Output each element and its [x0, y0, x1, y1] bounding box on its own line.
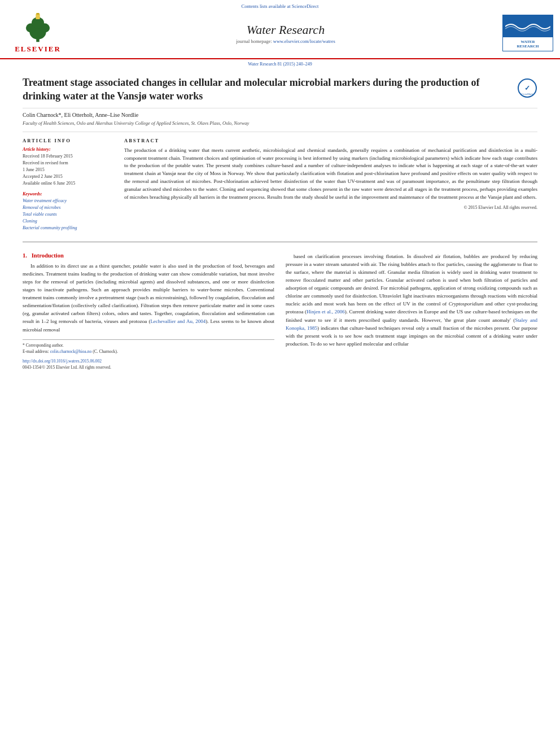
- ref-lechevallier[interactable]: Lechevallier and Au, 2004: [150, 318, 205, 324]
- intro-para-1: In addition to its direct use as a thirs…: [23, 262, 274, 334]
- keyword-5[interactable]: Bacterial community profiling: [23, 225, 77, 230]
- svg-rect-6: [36, 13, 40, 15]
- keyword-4[interactable]: Cloning: [23, 219, 37, 224]
- journal-name: Water Research: [69, 23, 502, 37]
- received-date: Received 18 February 2015: [23, 153, 113, 160]
- svg-text:CrossMark: CrossMark: [522, 93, 533, 95]
- abstract-section: ABSTRACT The production of a drinking wa…: [124, 138, 537, 236]
- article-citation: Water Research 81 (2015) 240–249: [23, 59, 537, 68]
- elsevier-tree-icon: [15, 12, 60, 43]
- science-direct-link[interactable]: ScienceDirect: [292, 3, 319, 9]
- logo-text: WATERRESEARCH: [517, 40, 539, 49]
- ref-staley[interactable]: Staley and Konopka, 1985: [286, 317, 537, 331]
- body-col-right: based on clarification processes involvi…: [286, 252, 537, 371]
- keywords-list: Water treatment efficacy Removal of micr…: [23, 198, 113, 231]
- body-col-left: 1. Introduction In addition to its direc…: [23, 252, 274, 371]
- journal-homepage: journal homepage: www.elsevier.com/locat…: [69, 38, 502, 44]
- author-names: Colin Charnock*, Eli Otterholt, Anne–Lis…: [23, 112, 138, 118]
- revised-label: Received in revised form: [23, 160, 113, 167]
- abstract-text: The production of a drinking water that …: [124, 147, 537, 202]
- journal-header: Contents lists available at ScienceDirec…: [0, 0, 560, 59]
- section-divider: [23, 242, 537, 242]
- authors: Colin Charnock*, Eli Otterholt, Anne–Lis…: [23, 108, 537, 119]
- corresponding-label: * Corresponding author.: [23, 343, 64, 348]
- article-history: Article history: Received 18 February 20…: [23, 147, 113, 187]
- article-title-section: Treatment stage associated changes in ce…: [23, 68, 537, 108]
- paper-content: Water Research 81 (2015) 240–249 Treatme…: [0, 59, 560, 371]
- available-date: Available online 6 June 2015: [23, 180, 113, 187]
- svg-rect-5: [36, 14, 40, 19]
- doi-note: http://dx.doi.org/10.1016/j.watres.2015.…: [23, 358, 274, 364]
- email-link[interactable]: colin.charnock@hioa.no: [50, 349, 92, 354]
- article-info-heading: ARTICLE INFO: [23, 138, 113, 143]
- contents-label: Contents lists available at: [242, 3, 291, 9]
- intro-heading: 1. Introduction: [23, 252, 274, 259]
- ref-hinjen[interactable]: Hinjen et al., 2006: [307, 309, 345, 314]
- main-body: 1. Introduction In addition to its direc…: [23, 248, 537, 371]
- elsevier-wordmark: ELSEVIER: [15, 45, 61, 54]
- logo-wave-icon: [505, 21, 550, 32]
- svg-text:✓: ✓: [524, 84, 530, 92]
- keyword-2[interactable]: Removal of microbes: [23, 205, 60, 210]
- section-number: 1.: [23, 252, 27, 259]
- corresponding-note: * Corresponding author.: [23, 342, 274, 348]
- article-title: Treatment stage associated changes in ce…: [23, 76, 517, 103]
- elsevier-logo: ELSEVIER: [7, 12, 69, 54]
- email-note: E-mail address: colin.charnock@hioa.no (…: [23, 348, 274, 355]
- revised-date: 1 June 2015: [23, 167, 113, 173]
- section-title: Introduction: [32, 252, 64, 259]
- keywords-label: Keywords:: [23, 191, 113, 196]
- email-label: E-mail address:: [23, 349, 49, 354]
- abstract-heading: ABSTRACT: [124, 138, 537, 143]
- issn-note: 0043-1354/© 2015 Elsevier Ltd. All right…: [23, 364, 274, 370]
- contents-bar: Contents lists available at ScienceDirec…: [0, 3, 560, 9]
- homepage-url[interactable]: www.elsevier.com/locate/watres: [273, 38, 335, 44]
- intro-para-2: based on clarification processes involvi…: [286, 252, 537, 348]
- keywords-section: Keywords: Water treatment efficacy Remov…: [23, 191, 113, 231]
- article-info-abstract: ARTICLE INFO Article history: Received 1…: [23, 132, 537, 236]
- accepted-date: Accepted 2 June 2015: [23, 173, 113, 180]
- history-label: Article history:: [23, 147, 113, 152]
- affiliation: Faculty of Health Sciences, Oslo and Ake…: [23, 119, 537, 130]
- article-info-column: ARTICLE INFO Article history: Received 1…: [23, 138, 113, 236]
- journal-title-center: Water Research journal homepage: www.els…: [69, 23, 502, 44]
- copyright: © 2015 Elsevier Ltd. All rights reserved…: [124, 202, 537, 210]
- footnote-section: * Corresponding author. E-mail address: …: [23, 339, 274, 371]
- crossmark-icon: ✓ CrossMark: [517, 78, 537, 98]
- keyword-3[interactable]: Total viable counts: [23, 212, 57, 217]
- homepage-label: journal homepage:: [236, 38, 272, 44]
- keyword-1[interactable]: Water treatment efficacy: [23, 198, 67, 203]
- email-suffix: (C. Charnock).: [93, 349, 118, 354]
- doi-link[interactable]: http://dx.doi.org/10.1016/j.watres.2015.…: [23, 359, 102, 364]
- water-research-logo: WATERRESEARCH: [502, 15, 553, 51]
